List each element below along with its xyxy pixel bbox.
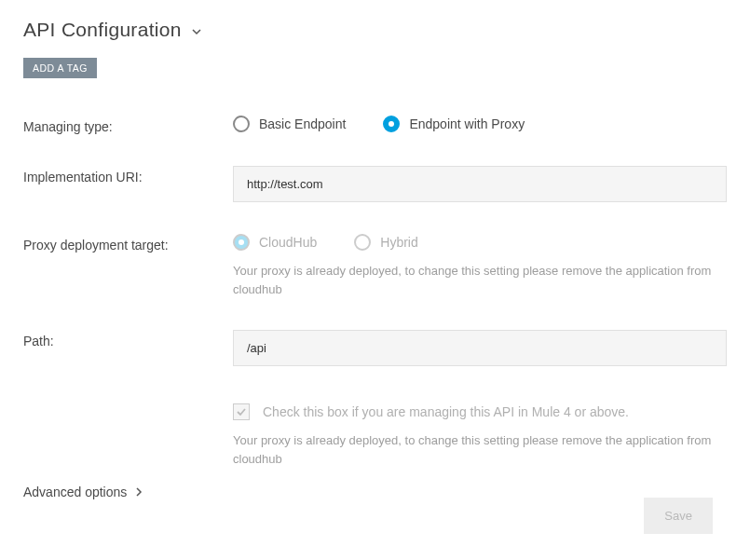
advanced-options-toggle[interactable]: Advanced options [23,485,727,499]
row-path: Path: [23,330,727,366]
radio-label: Endpoint with Proxy [409,116,525,131]
row-managing-type: Managing type: Basic Endpoint Endpoint w… [23,116,727,134]
implementation-uri-label: Implementation URI: [23,166,233,184]
advanced-options-label: Advanced options [23,485,127,499]
radio-endpoint-with-proxy[interactable]: Endpoint with Proxy [383,116,525,132]
add-tag-button[interactable]: ADD A TAG [23,58,97,78]
mule4-helper: Your proxy is already deployed, to chang… [233,431,727,468]
section-header[interactable]: API Configuration [23,19,727,41]
radio-label: Hybrid [380,235,417,250]
implementation-uri-control [233,166,727,202]
radio-hybrid: Hybrid [354,234,417,251]
path-input[interactable] [233,330,727,366]
radio-icon [383,116,400,132]
proxy-target-radio-group: CloudHub Hybrid [233,234,727,251]
chevron-down-icon [191,26,202,37]
path-label: Path: [23,330,233,348]
radio-label: CloudHub [259,235,317,250]
mule4-checkbox-label: Check this box if you are managing this … [263,404,629,419]
mule4-control: Check this box if you are managing this … [233,398,727,468]
radio-icon [233,234,250,251]
radio-label: Basic Endpoint [259,116,346,131]
path-control [233,330,727,366]
row-mule4: Check this box if you are managing this … [23,398,727,468]
mule4-checkbox-row: Check this box if you are managing this … [233,403,727,420]
row-proxy-target: Proxy deployment target: CloudHub Hybrid… [23,234,727,298]
mule4-checkbox [233,403,250,420]
proxy-target-helper: Your proxy is already deployed, to chang… [233,262,727,298]
radio-cloudhub: CloudHub [233,234,317,251]
page-title: API Configuration [23,19,182,41]
row-implementation-uri: Implementation URI: [23,166,727,202]
radio-icon [354,234,371,251]
radio-basic-endpoint[interactable]: Basic Endpoint [233,116,346,132]
proxy-target-label: Proxy deployment target: [23,234,233,253]
save-button[interactable]: Save [644,498,713,534]
check-icon [236,406,247,417]
chevron-right-icon [134,487,143,497]
empty-label [23,398,233,402]
config-form: Managing type: Basic Endpoint Endpoint w… [23,116,727,499]
managing-type-radio-group: Basic Endpoint Endpoint with Proxy [233,116,727,132]
implementation-uri-input[interactable] [233,166,727,202]
radio-icon [233,116,250,132]
managing-type-label: Managing type: [23,116,233,134]
proxy-target-control: CloudHub Hybrid Your proxy is already de… [233,234,727,298]
